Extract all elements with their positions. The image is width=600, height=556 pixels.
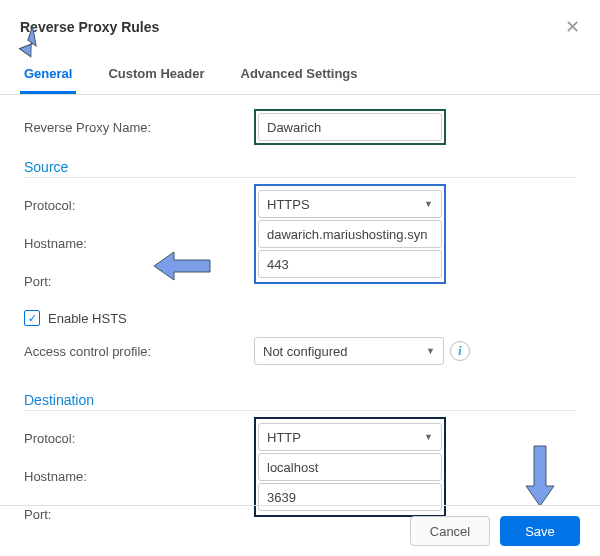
tab-general[interactable]: General [20, 56, 76, 94]
tabs: General Custom Header Advanced Settings [0, 56, 600, 95]
dest-protocol-value: HTTP [267, 430, 301, 445]
reverse-proxy-name-input[interactable]: Dawarich [258, 113, 442, 141]
dest-protocol-label: Protocol: [24, 431, 254, 446]
source-protocol-select[interactable]: HTTPS ▼ [258, 190, 442, 218]
dialog-title: Reverse Proxy Rules [20, 19, 159, 35]
tab-advanced-settings[interactable]: Advanced Settings [237, 56, 362, 94]
dest-protocol-select[interactable]: HTTP ▼ [258, 423, 442, 451]
source-section-title: Source [24, 149, 576, 178]
access-control-label: Access control profile: [24, 344, 254, 359]
source-port-label: Port: [24, 274, 254, 289]
enable-hsts-label: Enable HSTS [48, 311, 127, 326]
dest-hostname-label: Hostname: [24, 469, 254, 484]
close-icon[interactable]: ✕ [565, 16, 580, 38]
chevron-down-icon: ▼ [424, 199, 433, 209]
annotation-box: HTTPS ▼ dawarich.mariushosting.syn 443 [254, 184, 446, 284]
destination-section-title: Destination [24, 382, 576, 411]
info-icon[interactable]: i [450, 341, 470, 361]
source-port-input[interactable]: 443 [258, 250, 442, 278]
source-hostname-input[interactable]: dawarich.mariushosting.syn [258, 220, 442, 248]
tab-custom-header[interactable]: Custom Header [104, 56, 208, 94]
dest-hostname-input[interactable]: localhost [258, 453, 442, 481]
enable-hsts-checkbox[interactable]: ✓ [24, 310, 40, 326]
annotation-box: HTTP ▼ localhost 3639 [254, 417, 446, 517]
source-protocol-value: HTTPS [267, 197, 310, 212]
chevron-down-icon: ▼ [424, 432, 433, 442]
cancel-button[interactable]: Cancel [410, 516, 490, 546]
chevron-down-icon: ▼ [426, 346, 435, 356]
source-protocol-label: Protocol: [24, 198, 254, 213]
save-button[interactable]: Save [500, 516, 580, 546]
reverse-proxy-name-label: Reverse Proxy Name: [24, 120, 254, 135]
access-control-value: Not configured [263, 344, 348, 359]
annotation-box: Dawarich [254, 109, 446, 145]
source-hostname-label: Hostname: [24, 236, 254, 251]
access-control-select[interactable]: Not configured ▼ [254, 337, 444, 365]
